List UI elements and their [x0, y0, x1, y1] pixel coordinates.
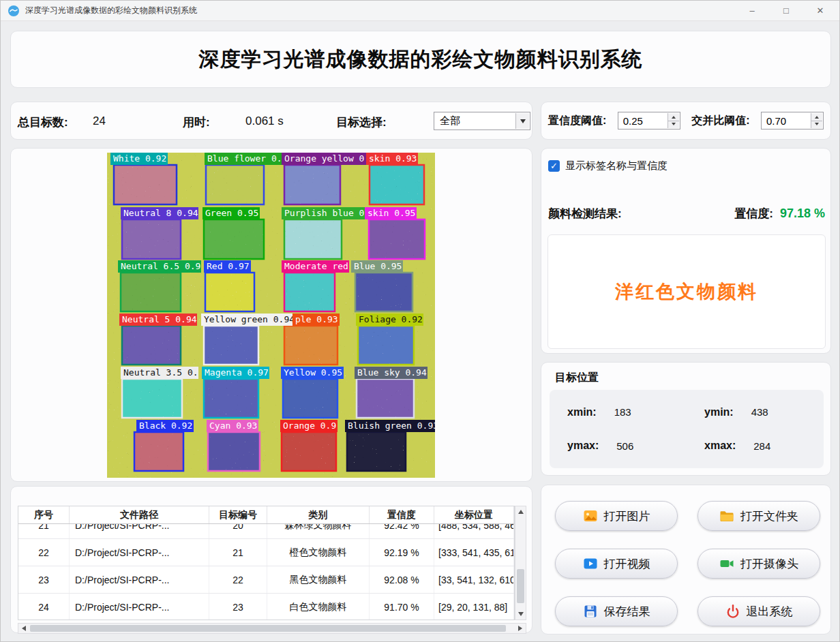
table-cell: 22 [209, 566, 267, 593]
toolbar-right: 置信度阈值: 0.25 交并比阈值: 0.70 [541, 102, 831, 140]
confidence-threshold-label: 置信度阈值: [548, 114, 606, 128]
spin-up-icon[interactable] [668, 113, 679, 121]
table-cell: D:/Project/SI-PCRP-... [70, 539, 209, 566]
detection-label: Yellow green 0.94 [204, 314, 295, 324]
elapsed-time-value: 0.061 s [245, 114, 284, 128]
pigment-patch [204, 326, 258, 365]
table-horizontal-scrollbar[interactable] [18, 623, 526, 634]
target-select-dropdown[interactable]: 全部 [434, 112, 530, 130]
pigment-patch [284, 273, 335, 311]
pigment-patch [355, 273, 412, 311]
detection-label: Red 0.97 [207, 261, 250, 271]
table-cell: 21 [209, 539, 267, 566]
spin-down-icon[interactable] [811, 121, 822, 129]
confidence-value: 97.18 % [780, 207, 825, 221]
close-button[interactable]: ✕ [811, 3, 830, 18]
scroll-right-icon[interactable] [515, 624, 526, 633]
detection-label: Orange yellow 0.94 [284, 153, 380, 164]
image-panel: White 0.92Blue flower 0.9Orange yellow 0… [10, 148, 532, 482]
xmin-label: xmin: [567, 406, 597, 418]
ymin-value: 438 [751, 406, 768, 418]
pigment-patch [347, 432, 406, 471]
exit-system-button[interactable]: 退出系统 [698, 596, 820, 626]
elapsed-time-label: 用时: [183, 114, 210, 130]
scroll-up-icon[interactable] [515, 506, 526, 517]
video-icon [583, 556, 598, 571]
column-header[interactable]: 序号 [18, 506, 70, 523]
table-cell: 22 [18, 539, 70, 566]
detection-label: Bluish green 0.93 [348, 421, 435, 431]
table-row[interactable]: 23D:/Project/SI-PCRP-...22黑色文物颜料92.08 %[… [18, 566, 514, 594]
pigment-patch [358, 326, 414, 365]
window-title: 深度学习光谱成像数据的彩绘文物颜料识别系统 [25, 5, 197, 16]
open-image-button[interactable]: 打开图片 [555, 501, 678, 531]
table-cell: 橙色文物颜料 [267, 539, 370, 566]
iou-threshold-label: 交并比阈值: [691, 114, 749, 128]
pigment-patch [205, 273, 254, 311]
table-cell: [33, 541, 132, 610] [434, 566, 514, 593]
vertical-scroll-thumb[interactable] [517, 569, 524, 603]
iou-threshold-spinbox[interactable]: 0.70 [761, 112, 824, 129]
spin-down-icon[interactable] [668, 121, 679, 129]
header-panel: 深度学习光谱成像数据的彩绘文物颜料识别系统 [10, 31, 831, 88]
open-video-label: 打开视频 [604, 556, 650, 572]
column-header[interactable]: 类别 [267, 506, 370, 523]
table-cell: 24 [18, 594, 70, 620]
maximize-button[interactable]: □ [777, 3, 796, 18]
table-cell: 23 [18, 566, 70, 593]
scroll-down-icon[interactable] [515, 609, 526, 620]
pigment-patch [204, 219, 264, 259]
position-title: 目标位置 [555, 371, 599, 385]
total-targets-value: 24 [93, 114, 106, 128]
spin-up-icon[interactable] [811, 113, 822, 121]
table-row[interactable]: 24D:/Project/SI-PCRP-...23白色文物颜料91.70 %[… [18, 594, 514, 620]
save-icon [583, 604, 598, 619]
detection-label: Blue 0.95 [354, 261, 402, 271]
chevron-down-icon[interactable] [515, 113, 529, 129]
column-header[interactable]: 目标编号 [209, 506, 267, 523]
column-header[interactable]: 文件路径 [70, 506, 209, 523]
target-select-value: 全部 [440, 114, 460, 127]
table-cell: [333, 541, 435, 612] [434, 539, 514, 566]
table-row[interactable]: 22D:/Project/SI-PCRP-...21橙色文物颜料92.19 %[… [18, 539, 514, 566]
open-folder-button[interactable]: 打开文件夹 [698, 501, 820, 531]
pigment-patch [134, 432, 183, 471]
detection-label: Orange 0.9 [283, 421, 336, 431]
pigment-patch [122, 219, 181, 259]
pigment-patch [370, 165, 424, 204]
position-panel: 目标位置 xmin: 183 ymin: 438 ymax: 506 xmax:… [541, 362, 831, 476]
folder-icon [719, 508, 734, 523]
detection-label: Neutral 5 0.94 [122, 314, 197, 324]
pigment-patch [282, 432, 336, 471]
xmin-value: 183 [614, 406, 631, 418]
pigment-patch [204, 379, 258, 418]
confidence-label: 置信度: [734, 206, 773, 221]
minimize-button[interactable]: – [742, 3, 762, 18]
detection-label: Yellow 0.95 [284, 367, 342, 378]
open-camera-button[interactable]: 打开摄像头 [698, 549, 820, 579]
pigment-patch [284, 219, 342, 259]
toolbar-left: 总目标数: 24 用时: 0.061 s 目标选择: 全部 [10, 102, 532, 140]
open-video-button[interactable]: 打开视频 [555, 549, 678, 579]
labels-checkbox-label: 显示标签名称与置信度 [565, 159, 668, 172]
labels-checkbox[interactable] [548, 160, 560, 172]
titlebar: 深度学习光谱成像数据的彩绘文物颜料识别系统 – □ ✕ [1, 1, 840, 21]
column-header[interactable]: 置信度 [370, 506, 434, 523]
save-results-button[interactable]: 保存结果 [555, 596, 678, 626]
open-camera-label: 打开摄像头 [740, 556, 798, 572]
table-cell: 92.08 % [370, 566, 434, 593]
pigment-patch [206, 165, 264, 204]
table-vertical-scrollbar[interactable] [515, 506, 526, 620]
table-header: 序号文件路径目标编号类别置信度坐标位置 [18, 506, 514, 524]
detection-svg: White 0.92Blue flower 0.9Orange yellow 0… [107, 153, 435, 478]
horizontal-scroll-thumb[interactable] [30, 625, 506, 632]
scroll-left-icon[interactable] [18, 624, 29, 633]
pigment-patch [369, 219, 425, 259]
open-image-label: 打开图片 [604, 508, 650, 524]
app-window: 深度学习光谱成像数据的彩绘文物颜料识别系统 – □ ✕ 深度学习光谱成像数据的彩… [0, 0, 840, 642]
column-header[interactable]: 坐标位置 [434, 506, 514, 523]
confidence-threshold-spinbox[interactable]: 0.25 [618, 112, 680, 129]
table-body: 21D:/Project/SI-PCRP-...20森林绿文物颜料92.42 %… [18, 512, 514, 620]
xmax-value: 284 [753, 440, 770, 452]
detection-label: Neutral 8 0.94 [123, 208, 198, 218]
